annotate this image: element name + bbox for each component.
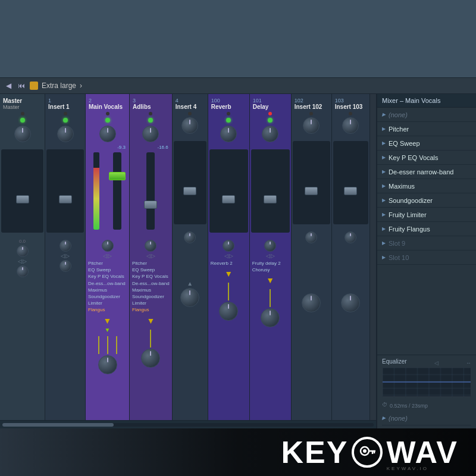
knob-rev-vol[interactable]: [220, 126, 237, 142]
knob-ch1-vol[interactable]: [57, 126, 74, 142]
fx-slot-10[interactable]: ▶ Slot 10: [377, 250, 476, 265]
mv-plugin-3[interactable]: De-ess...ow-band: [88, 280, 127, 287]
fx-slot-fruity-flangus[interactable]: ▶ Fruity Flangus: [377, 222, 476, 236]
knob-ins102-bottom[interactable]: [302, 293, 321, 312]
fx-slot-key-eq[interactable]: ▶ Key P EQ Vocals: [377, 151, 476, 165]
mv-level-fill: [93, 168, 99, 230]
channels-container: Master Master 0.0 ◁▷: [0, 94, 376, 428]
ch1-number: 1: [48, 98, 82, 104]
stereo-arrows-mv: ◁▷: [103, 253, 112, 259]
adl-plugin-1[interactable]: EQ Sweep: [132, 267, 170, 273]
knob-adl-vol[interactable]: [142, 126, 159, 142]
scrollbar[interactable]: [0, 420, 376, 428]
fx-slot-deesser[interactable]: ▶ De-esser narrow-band: [377, 165, 476, 179]
adl-plugin-6[interactable]: Limiter: [132, 300, 170, 306]
knob-rev-pan[interactable]: [223, 240, 234, 252]
mv-plugin-2[interactable]: Key P EQ Vocals: [88, 273, 127, 280]
mv-route-icon: ▼: [104, 316, 112, 325]
transport-icon[interactable]: ⏮: [17, 81, 26, 90]
adl-fader-track: [146, 152, 155, 230]
fader-handle-del[interactable]: [264, 195, 277, 203]
del-plugin-1[interactable]: Chorusy: [252, 267, 289, 273]
fx-slot-9[interactable]: ▶ Slot 9: [377, 236, 476, 250]
knob-del-vol[interactable]: [262, 126, 278, 142]
del-plugin-0[interactable]: Fruity delay 2: [252, 260, 289, 267]
ch-mv-leds: [105, 118, 110, 123]
fx-slot-soundgoodizer[interactable]: ▶ Soundgoodizer: [377, 193, 476, 208]
knob-mv-pan[interactable]: [102, 240, 114, 252]
adl-plugin-5[interactable]: Soundgoodizer: [132, 293, 170, 300]
fx-slot-fruity-limiter[interactable]: ▶ Fruity Limiter: [377, 208, 476, 222]
knob-del-pan[interactable]: [264, 240, 276, 252]
fader-track-rev: [209, 149, 248, 233]
rev-plugin-0[interactable]: Reeverb 2: [211, 260, 247, 267]
mv-plugin-1[interactable]: EQ Sweep: [88, 267, 127, 273]
fx-slot-9-triangle: ▶: [382, 240, 386, 246]
eq-display[interactable]: [382, 367, 471, 397]
knob-mv-vol[interactable]: [99, 126, 116, 142]
ch-master-leds: [20, 118, 25, 123]
mv-plugin-5[interactable]: Soundgoodizer: [88, 293, 127, 300]
knob-adl-bottom[interactable]: [141, 349, 160, 368]
knob-ins103-pan[interactable]: [345, 231, 356, 243]
fx-slot-pitcher[interactable]: ▶ Pitcher: [377, 122, 476, 136]
mv-fader-handle[interactable]: [109, 172, 126, 180]
scrollbar-track[interactable]: [2, 423, 374, 427]
knob-ins103[interactable]: [342, 117, 359, 134]
fader-area-ch1: [46, 143, 84, 239]
adl-plugin-0[interactable]: Pitcher: [132, 260, 170, 267]
ch-del-number: 101: [253, 98, 288, 104]
scrollbar-thumb[interactable]: [2, 423, 114, 427]
knob-ins4-pan[interactable]: [184, 231, 196, 243]
knob-adl-pan[interactable]: [145, 240, 156, 252]
knob-master-vol[interactable]: [14, 126, 31, 142]
channel-adlibs: 3 Adlibs -16.6 ◁▷ Pitcher: [130, 94, 173, 428]
del-plugin-list: Fruity delay 2 Chorusy: [251, 259, 290, 274]
adl-plugin-7[interactable]: Flangus: [132, 306, 170, 313]
fx-slot-10-triangle: ▶: [382, 255, 386, 260]
mv-plugin-7[interactable]: Flangus: [88, 306, 127, 313]
knob-master-pan[interactable]: [17, 245, 29, 257]
fader-area-rev: [209, 143, 248, 239]
mv-plugin-4[interactable]: Maximus: [88, 287, 127, 293]
fx-bottom-none[interactable]: ▶ (none): [382, 411, 471, 425]
fader-handle-ins103[interactable]: [344, 187, 357, 195]
fx-slot-none[interactable]: ▶ (none): [377, 108, 476, 122]
knob-ch1-pan[interactable]: [60, 240, 71, 252]
knob-mv-bottom[interactable]: [98, 355, 117, 374]
back-icon[interactable]: ◀: [4, 81, 13, 90]
knob-del-bottom[interactable]: [261, 308, 280, 327]
ch-adl-header: 3 Adlibs: [131, 96, 171, 111]
ch-ins4-number: 4: [176, 98, 205, 104]
knob-ins102[interactable]: [303, 117, 320, 134]
fx-slot-fruity-flangus-triangle: ▶: [382, 226, 386, 231]
fader-handle-master[interactable]: [16, 195, 29, 203]
stereo-arrows-adl: ◁▷: [146, 253, 155, 259]
fader-handle-ins4[interactable]: [183, 187, 196, 195]
fader-handle-ch1[interactable]: [59, 195, 72, 203]
fx-slot-eq-sweep[interactable]: ▶ EQ Sweep: [377, 136, 476, 151]
knob-rev-bottom[interactable]: [219, 302, 238, 321]
knob-ins102-pan[interactable]: [305, 231, 317, 243]
adl-fader-handle[interactable]: [144, 201, 157, 209]
knob-ins103-bottom[interactable]: [341, 293, 360, 312]
fader-handle-ins102[interactable]: [305, 187, 318, 195]
fx-slot-maximus[interactable]: ▶ Maximus: [377, 179, 476, 193]
mv-plugin-6[interactable]: Limiter: [88, 300, 127, 306]
led-rev: [226, 118, 231, 123]
ch-adl-leds: [148, 118, 153, 123]
channel-insert4: 4 Insert 4 ▲: [173, 94, 208, 428]
adl-plugin-2[interactable]: Key P EQ Vocals: [132, 273, 170, 280]
ch-ins103-number: 103: [335, 98, 367, 104]
fx-slot-fruity-flangus-label: Fruity Flangus: [389, 226, 430, 233]
fader-handle-rev[interactable]: [222, 195, 235, 203]
mv-fader-track: [113, 152, 121, 230]
knob-ins4[interactable]: [181, 117, 198, 134]
fx-bottom-none-label: (none): [389, 415, 408, 422]
knob-ins4-bottom[interactable]: [180, 288, 199, 307]
adl-plugin-3[interactable]: De-ess...ow-band: [132, 280, 170, 287]
mv-plugin-0[interactable]: Pitcher: [88, 260, 127, 267]
adl-plugin-4[interactable]: Maximus: [132, 287, 170, 293]
knob-ch1-2[interactable]: [60, 260, 71, 272]
knob-master2[interactable]: [17, 265, 29, 277]
